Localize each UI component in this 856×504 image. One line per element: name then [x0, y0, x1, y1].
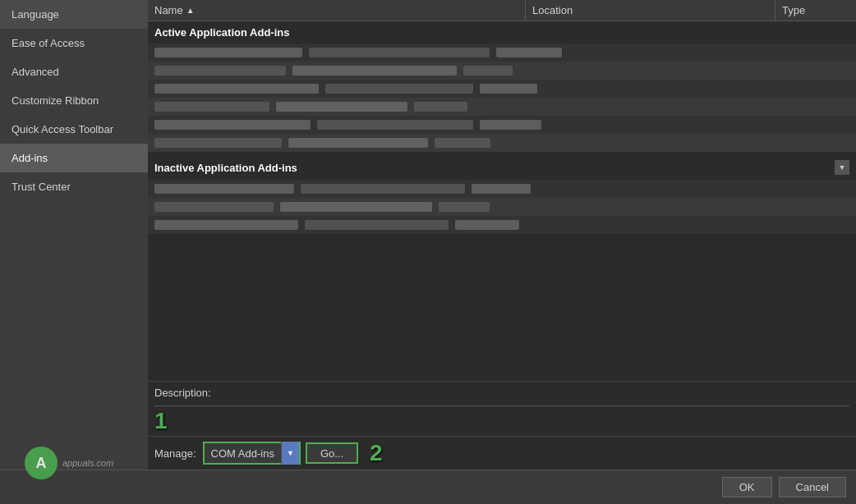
- sidebar: Language Ease of Access Advanced Customi…: [0, 0, 148, 470]
- col-type-header: Type: [775, 0, 841, 21]
- table-row[interactable]: [148, 216, 856, 234]
- table-row[interactable]: [148, 198, 856, 216]
- manage-label: Manage:: [154, 447, 196, 460]
- table-row[interactable]: [148, 44, 856, 62]
- table-row[interactable]: [148, 134, 856, 152]
- manage-dropdown[interactable]: COM Add-ins ▼: [203, 442, 301, 465]
- table-row[interactable]: [148, 98, 856, 116]
- annotation-number-2: 2: [370, 442, 383, 465]
- sidebar-item-quick-access-toolbar[interactable]: Quick Access Toolbar: [0, 115, 148, 144]
- manage-bar: Manage: COM Add-ins ▼ Go... 2: [148, 436, 856, 470]
- sidebar-item-customize-ribbon[interactable]: Customize Ribbon: [0, 86, 148, 115]
- sidebar-item-language[interactable]: Language: [0, 0, 148, 29]
- sidebar-item-add-ins[interactable]: Add-ins: [0, 144, 148, 172]
- cancel-button[interactable]: Cancel: [779, 477, 846, 497]
- watermark-icon: A: [25, 447, 58, 479]
- description-label: Description:: [154, 387, 211, 399]
- main-container: Language Ease of Access Advanced Customi…: [0, 0, 856, 470]
- table-row[interactable]: [148, 62, 856, 80]
- content-area: Name ▲ Location Type Active Application …: [148, 0, 856, 470]
- annotation-number-1: 1: [154, 410, 168, 433]
- scroll-down-icon[interactable]: ▼: [835, 160, 849, 175]
- dropdown-arrow-icon[interactable]: ▼: [281, 442, 299, 465]
- table-row[interactable]: [148, 80, 856, 98]
- inactive-section-header: Inactive Application Add-ins ▼: [148, 155, 856, 180]
- description-area: Description:: [148, 381, 856, 402]
- watermark: A appuals.com: [25, 447, 113, 479]
- watermark-text: appuals.com: [62, 458, 113, 468]
- divider: [154, 405, 849, 406]
- table-area: Name ▲ Location Type Active Application …: [148, 0, 856, 470]
- sidebar-item-ease-of-access[interactable]: Ease of Access: [0, 29, 148, 57]
- col-name-header[interactable]: Name ▲: [148, 0, 526, 21]
- sidebar-item-trust-center[interactable]: Trust Center: [0, 172, 148, 201]
- table-row[interactable]: [148, 116, 856, 134]
- col-location-header: Location: [526, 0, 775, 21]
- table-row[interactable]: [148, 180, 856, 198]
- go-button[interactable]: Go...: [306, 442, 358, 464]
- bottom-bar: OK Cancel: [0, 470, 856, 504]
- ok-button[interactable]: OK: [722, 477, 772, 497]
- active-section-header: Active Application Add-ins: [148, 21, 856, 44]
- manage-dropdown-value: COM Add-ins: [205, 447, 281, 460]
- sidebar-item-advanced[interactable]: Advanced: [0, 57, 148, 86]
- table-header: Name ▲ Location Type: [148, 0, 856, 21]
